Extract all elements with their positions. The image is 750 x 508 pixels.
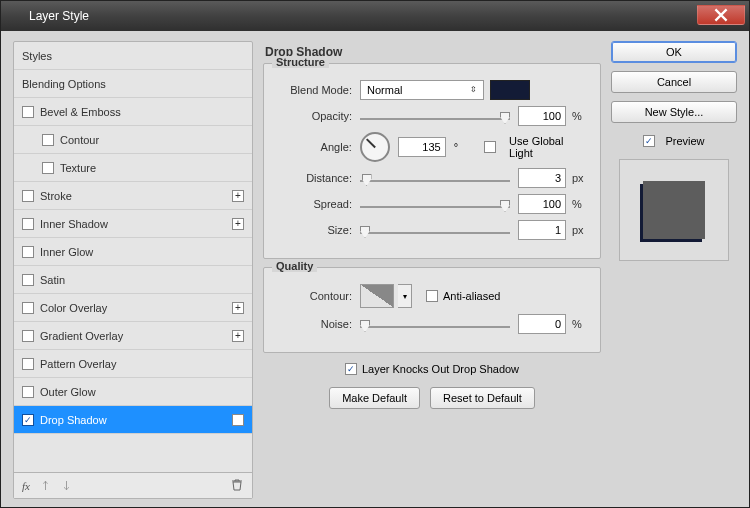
sidebar-item-bevel[interactable]: Bevel & Emboss [14, 98, 252, 126]
checkbox[interactable] [22, 106, 34, 118]
blend-mode-label: Blend Mode: [274, 84, 360, 96]
size-input[interactable] [518, 220, 566, 240]
arrow-up-icon[interactable]: 🡑 [40, 480, 51, 492]
noise-unit: % [572, 318, 590, 330]
opacity-input[interactable] [518, 106, 566, 126]
contour-menu-button[interactable]: ▾ [398, 284, 412, 308]
sidebar-item-styles[interactable]: Styles [14, 42, 252, 70]
knockout-label: Layer Knocks Out Drop Shadow [362, 363, 519, 375]
sidebar-item-inner-glow[interactable]: Inner Glow [14, 238, 252, 266]
preview-label: Preview [665, 135, 704, 147]
styles-sidebar: Styles Blending Options Bevel & Emboss C… [13, 41, 253, 499]
size-label: Size: [274, 224, 360, 236]
shadow-color-swatch[interactable] [490, 80, 530, 100]
knockout-checkbox[interactable]: ✓ [345, 363, 357, 375]
sidebar-item-drop-shadow[interactable]: ✓Drop Shadow+ [14, 406, 252, 434]
sidebar-item-inner-shadow[interactable]: Inner Shadow+ [14, 210, 252, 238]
sidebar-item-blending[interactable]: Blending Options [14, 70, 252, 98]
contour-label: Contour: [274, 290, 360, 302]
new-style-button[interactable]: New Style... [611, 101, 737, 123]
sidebar-item-contour[interactable]: Contour [14, 126, 252, 154]
ok-button[interactable]: OK [611, 41, 737, 63]
blend-mode-select[interactable]: Normal ⇳ [360, 80, 484, 100]
quality-legend: Quality [272, 260, 317, 272]
structure-group: Structure Blend Mode: Normal ⇳ Opacity: … [263, 63, 601, 259]
angle-unit: ° [454, 141, 458, 153]
distance-unit: px [572, 172, 590, 184]
size-unit: px [572, 224, 590, 236]
styles-list: Styles Blending Options Bevel & Emboss C… [14, 42, 252, 472]
add-icon[interactable]: + [232, 414, 244, 426]
right-panel: OK Cancel New Style... ✓ Preview [611, 41, 737, 499]
add-icon[interactable]: + [232, 190, 244, 202]
checkbox[interactable] [22, 274, 34, 286]
angle-label: Angle: [274, 141, 360, 153]
add-icon[interactable]: + [232, 330, 244, 342]
fx-menu[interactable]: fx [22, 480, 30, 492]
close-window-button[interactable] [697, 5, 745, 25]
sidebar-item-pattern-overlay[interactable]: Pattern Overlay [14, 350, 252, 378]
noise-label: Noise: [274, 318, 360, 330]
checkbox[interactable] [22, 302, 34, 314]
make-default-button[interactable]: Make Default [329, 387, 420, 409]
sidebar-item-texture[interactable]: Texture [14, 154, 252, 182]
contour-swatch[interactable] [360, 284, 394, 308]
checkbox[interactable] [22, 386, 34, 398]
opacity-label: Opacity: [274, 110, 360, 122]
titlebar: Layer Style [1, 1, 749, 31]
use-global-light-label: Use Global Light [509, 135, 590, 159]
sidebar-item-stroke[interactable]: Stroke+ [14, 182, 252, 210]
sidebar-item-outer-glow[interactable]: Outer Glow [14, 378, 252, 406]
angle-input[interactable] [398, 137, 446, 157]
checkbox[interactable] [22, 190, 34, 202]
arrow-down-icon[interactable]: 🡓 [61, 480, 72, 492]
checkbox[interactable]: ✓ [22, 414, 34, 426]
app-icon [7, 8, 23, 24]
noise-slider[interactable] [360, 317, 510, 331]
chevron-down-icon: ▾ [403, 292, 407, 301]
checkbox[interactable] [22, 330, 34, 342]
preview-box [619, 159, 729, 261]
trash-icon[interactable] [230, 478, 244, 494]
blend-mode-value: Normal [367, 84, 402, 96]
checkbox[interactable] [42, 162, 54, 174]
sidebar-item-gradient-overlay[interactable]: Gradient Overlay+ [14, 322, 252, 350]
distance-label: Distance: [274, 172, 360, 184]
add-icon[interactable]: + [232, 302, 244, 314]
spread-input[interactable] [518, 194, 566, 214]
angle-dial[interactable] [360, 132, 390, 162]
close-icon [714, 8, 728, 22]
checkbox[interactable] [42, 134, 54, 146]
spread-slider[interactable] [360, 197, 510, 211]
window-title: Layer Style [29, 9, 697, 23]
drop-shadow-panel: Drop Shadow Structure Blend Mode: Normal… [263, 41, 601, 499]
opacity-unit: % [572, 110, 590, 122]
preview-checkbox[interactable]: ✓ [643, 135, 655, 147]
sidebar-item-color-overlay[interactable]: Color Overlay+ [14, 294, 252, 322]
checkbox[interactable] [22, 246, 34, 258]
checkbox[interactable] [22, 358, 34, 370]
distance-slider[interactable] [360, 171, 510, 185]
antialias-label: Anti-aliased [443, 290, 500, 302]
sidebar-footer: fx 🡑 🡓 [14, 472, 252, 498]
spread-label: Spread: [274, 198, 360, 210]
cancel-button[interactable]: Cancel [611, 71, 737, 93]
quality-group: Quality Contour: ▾ Anti-aliased Noise: % [263, 267, 601, 353]
antialias-checkbox[interactable] [426, 290, 438, 302]
opacity-slider[interactable] [360, 109, 510, 123]
add-icon[interactable]: + [232, 218, 244, 230]
checkbox[interactable] [22, 218, 34, 230]
use-global-light-checkbox[interactable] [484, 141, 496, 153]
distance-input[interactable] [518, 168, 566, 188]
size-slider[interactable] [360, 223, 510, 237]
structure-legend: Structure [272, 56, 329, 68]
chevron-updown-icon: ⇳ [470, 86, 477, 94]
layer-style-dialog: Layer Style Styles Blending Options Beve… [0, 0, 750, 508]
spread-unit: % [572, 198, 590, 210]
noise-input[interactable] [518, 314, 566, 334]
reset-default-button[interactable]: Reset to Default [430, 387, 535, 409]
preview-swatch [643, 181, 705, 239]
sidebar-item-satin[interactable]: Satin [14, 266, 252, 294]
